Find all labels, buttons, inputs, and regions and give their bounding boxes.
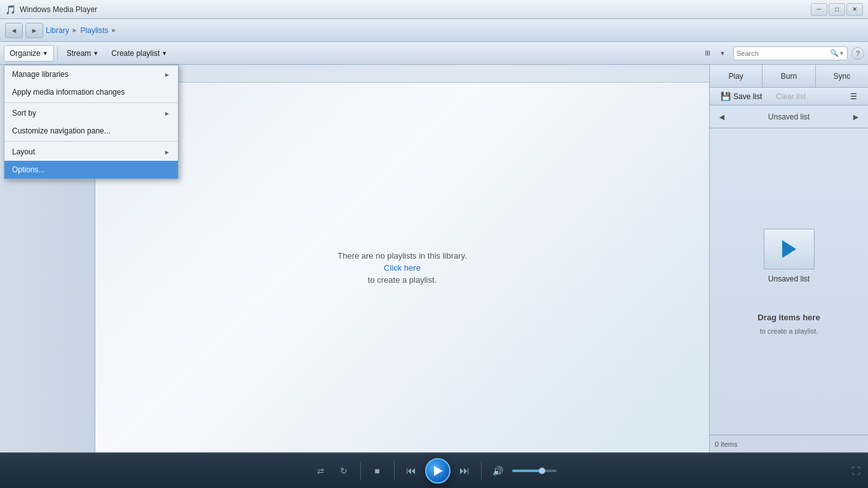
toolbar-separator-1 <box>57 47 58 60</box>
save-list-button[interactable]: 💾 Save list <box>715 90 768 104</box>
layout-label: Layout <box>12 147 35 156</box>
minimize-button[interactable]: ─ <box>811 3 827 16</box>
panel-options-icon: ☰ <box>850 92 857 101</box>
navbar: ◄ ► Library ► Playlists ► <box>0 19 868 42</box>
create-playlist-label: Create playlist <box>111 49 159 58</box>
create-playlist-text: to create a playlist. <box>368 275 437 285</box>
panel-back-button[interactable]: ◄ <box>715 110 729 124</box>
save-icon: 💾 <box>721 92 731 101</box>
right-panel-tabs: Play Burn Sync <box>710 65 868 88</box>
player-divider-2 <box>394 461 395 480</box>
panel-forward-button[interactable]: ► <box>849 110 863 124</box>
content-area: Count There are no playlists in this lib… <box>95 65 709 452</box>
menu-item-sort-by[interactable]: Sort by ► <box>4 104 178 122</box>
breadcrumb-sep1: ► <box>72 27 78 34</box>
organize-arrow-icon: ▼ <box>43 50 48 57</box>
right-panel-header: ◄ Unsaved list ► <box>710 105 868 128</box>
drag-sub-text: to create a playlist. <box>760 327 818 335</box>
repeat-button[interactable]: ↻ <box>335 462 353 480</box>
tab-burn[interactable]: Burn <box>763 65 815 87</box>
volume-slider[interactable] <box>512 470 557 472</box>
next-button[interactable]: ⏭ <box>456 462 473 480</box>
tab-sync[interactable]: Sync <box>816 65 868 87</box>
menu-separator-2 <box>4 141 178 142</box>
sort-by-arrow-icon: ► <box>164 110 170 117</box>
search-area: 🔍 ▼ <box>733 46 848 60</box>
previous-button[interactable]: ⏮ <box>402 462 420 480</box>
tab-play[interactable]: Play <box>710 65 763 87</box>
panel-options-button[interactable]: ☰ <box>844 90 863 104</box>
breadcrumb-sep2: ► <box>111 27 118 34</box>
organize-button[interactable]: Organize ▼ <box>4 45 54 62</box>
manage-libraries-label: Manage libraries <box>12 70 69 79</box>
unsaved-list-label: Unsaved list <box>768 274 810 283</box>
player-divider-1 <box>360 461 361 480</box>
no-playlists-text: There are no playlists in this library. <box>337 251 467 261</box>
customize-nav-label: Customize navigation pane... <box>12 126 111 135</box>
close-button[interactable]: ✕ <box>846 3 863 16</box>
maximize-button[interactable]: □ <box>829 3 845 16</box>
app-icon: 🎵 <box>5 4 16 15</box>
play-triangle-main-icon <box>434 466 443 476</box>
stream-arrow-icon: ▼ <box>93 50 98 57</box>
search-dropdown-icon[interactable]: ▼ <box>839 50 844 57</box>
search-input[interactable] <box>736 50 830 57</box>
menu-separator-1 <box>4 102 178 103</box>
view-dropdown-button[interactable]: ▼ <box>715 46 729 60</box>
breadcrumb-playlists[interactable]: Playlists <box>81 26 109 35</box>
content-header: Count <box>95 65 709 83</box>
player-divider-3 <box>481 461 482 480</box>
player-bar: ⇄ ↻ ■ ⏮ ⏭ 🔊 ⛶ <box>0 452 868 488</box>
stop-button[interactable]: ■ <box>369 462 386 480</box>
menu-item-options[interactable]: Options... <box>4 161 178 179</box>
save-list-label: Save list <box>733 92 762 101</box>
help-button[interactable]: ? <box>851 47 864 60</box>
stream-button[interactable]: Stream ▼ <box>61 45 105 62</box>
menu-item-apply-media[interactable]: Apply media information changes <box>4 83 178 101</box>
apply-media-label: Apply media information changes <box>12 88 125 97</box>
unsaved-list-thumbnail <box>764 229 815 269</box>
items-count: 0 items <box>715 440 737 448</box>
save-clear-bar: 💾 Save list Clear list ☰ <box>710 88 868 105</box>
menu-item-customize-nav[interactable]: Customize navigation pane... <box>4 122 178 140</box>
breadcrumb-library[interactable]: Library <box>46 26 69 35</box>
forward-button[interactable]: ► <box>25 23 43 38</box>
content-body: There are no playlists in this library. … <box>95 83 709 452</box>
play-button[interactable] <box>425 458 451 484</box>
create-playlist-button[interactable]: Create playlist ▼ <box>105 45 173 62</box>
stream-label: Stream <box>67 49 92 58</box>
volume-thumb <box>539 468 545 474</box>
clear-list-label: Clear list <box>776 92 806 101</box>
breadcrumb: Library ► Playlists ► <box>46 26 118 35</box>
player-corner-button[interactable]: ⛶ <box>851 466 860 476</box>
organize-dropdown-menu: Manage libraries ► Apply media informati… <box>4 65 179 179</box>
organize-label: Organize <box>10 49 41 58</box>
right-panel-footer: 0 items <box>710 435 868 452</box>
click-here-link[interactable]: Click here <box>384 263 421 273</box>
view-options-button[interactable]: ⊞ <box>700 46 714 60</box>
menu-item-manage-libraries[interactable]: Manage libraries ► <box>4 65 178 83</box>
drag-here-text: Drag items here <box>757 313 820 322</box>
options-label: Options... <box>12 165 44 174</box>
panel-list-title: Unsaved list <box>768 112 810 121</box>
search-icon[interactable]: 🔍 <box>830 49 839 57</box>
unsaved-list-area: Unsaved list Drag items here to create a… <box>710 128 868 435</box>
toolbar: Organize ▼ Stream ▼ Create playlist ▼ ⊞ … <box>0 42 868 65</box>
manage-libraries-arrow-icon: ► <box>164 71 170 78</box>
clear-list-button[interactable]: Clear list <box>770 90 811 104</box>
layout-arrow-icon: ► <box>164 149 170 156</box>
menu-item-layout[interactable]: Layout ► <box>4 143 178 161</box>
sort-by-label: Sort by <box>12 109 36 118</box>
right-panel: Play Burn Sync 💾 Save list Clear list ☰ … <box>709 65 868 452</box>
back-button[interactable]: ◄ <box>5 23 23 38</box>
title-text: Windows Media Player <box>20 5 811 14</box>
volume-button[interactable]: 🔊 <box>489 462 507 480</box>
shuffle-button[interactable]: ⇄ <box>312 462 330 480</box>
create-playlist-arrow-icon: ▼ <box>161 50 167 57</box>
play-triangle-icon <box>782 240 796 258</box>
titlebar: 🎵 Windows Media Player ─ □ ✕ <box>0 0 868 19</box>
